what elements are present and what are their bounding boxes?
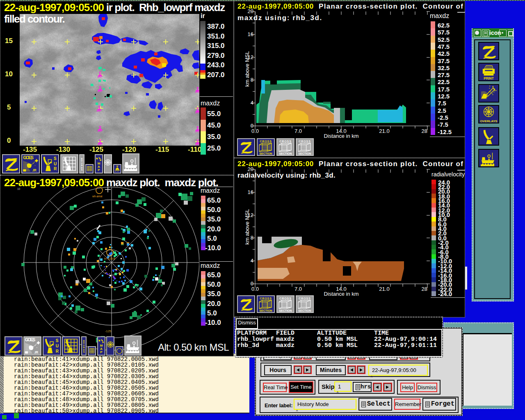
svg-text:S: S (83, 351, 85, 353)
svg-text:Distance in km: Distance in km (324, 133, 358, 139)
svg-text:S: S (81, 169, 83, 171)
svg-text:7.0: 7.0 (294, 128, 302, 134)
svg-text:16: 16 (248, 31, 253, 37)
svg-text:4: 4 (251, 258, 253, 264)
svg-text:PRINT: PRINT (484, 77, 494, 80)
svg-text:P: P (98, 168, 100, 172)
svg-text:7.0: 7.0 (294, 286, 302, 292)
svg-text:.IR: .IR (34, 351, 39, 354)
svg-text:SECTION: SECTION (259, 152, 272, 155)
svg-text:28: 28 (422, 286, 427, 292)
svg-text:SECTION: SECTION (298, 152, 311, 155)
svg-text:SECTION: SECTION (298, 309, 311, 312)
svg-text:U: U (54, 162, 57, 166)
svg-text:b<-125-8: b<-125-8 (104, 257, 115, 260)
svg-text:0.0: 0.0 (251, 286, 259, 292)
svg-text:-125: -125 (105, 329, 111, 333)
svg-text:SECTION: SECTION (259, 309, 272, 312)
svg-text:SECTION: SECTION (279, 152, 292, 155)
svg-text:OVERLAYS: OVERLAYS (480, 119, 497, 123)
svg-text:CROSS: CROSS (279, 140, 292, 143)
svg-text:S: S (56, 338, 59, 343)
svg-text:km above MSL: km above MSL (244, 209, 250, 245)
svg-text:CROSS: CROSS (299, 140, 311, 143)
svg-text:CROSS: CROSS (279, 297, 292, 300)
svg-text:8: 8 (251, 235, 253, 241)
svg-text:km above MSL: km above MSL (244, 51, 250, 87)
svg-text:4: 4 (251, 100, 253, 106)
svg-text:R: R (56, 349, 59, 354)
svg-text:S: S (54, 156, 57, 161)
svg-text:21.0: 21.0 (379, 128, 389, 134)
svg-text:16: 16 (248, 189, 253, 195)
svg-text:U: U (56, 344, 59, 348)
svg-text:.IR: .IR (32, 169, 37, 172)
svg-text:GOES: GOES (23, 155, 34, 160)
svg-text:CROSS: CROSS (260, 297, 272, 300)
svg-text:Distance in km: Distance in km (324, 291, 358, 297)
svg-text:21.0: 21.0 (379, 286, 389, 292)
svg-text:CROSS: CROSS (299, 297, 311, 300)
svg-text:P: P (100, 350, 103, 354)
svg-text:GOES: GOES (25, 337, 35, 342)
svg-text:0.0: 0.0 (251, 128, 259, 134)
svg-text:CROSS: CROSS (260, 140, 272, 143)
svg-text:SECTION: SECTION (279, 309, 292, 312)
svg-text:28: 28 (422, 128, 427, 134)
svg-text:R: R (54, 167, 57, 171)
svg-text:wh-amai: wh-amai (92, 195, 103, 198)
svg-text:8: 8 (251, 77, 253, 83)
